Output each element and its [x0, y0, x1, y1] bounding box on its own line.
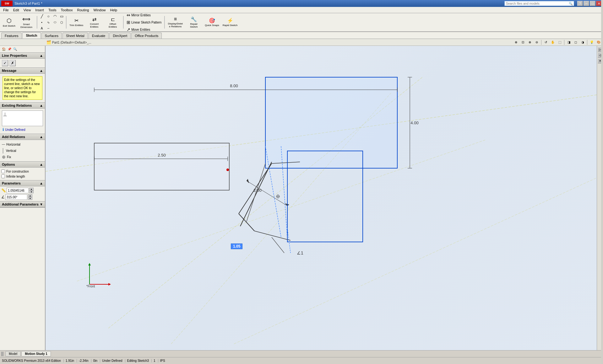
- additional-params-header[interactable]: Additional Parameters ▼: [0, 201, 45, 207]
- menubar: File Edit View Insert Tools Toolbox Rout…: [0, 7, 603, 13]
- convert-entities-button[interactable]: ⇄ Convert Entities: [85, 14, 103, 30]
- breadcrumb-text: Part1 (Default<<Default>_...: [52, 41, 91, 44]
- angle-input[interactable]: [5, 194, 27, 200]
- fix-relation[interactable]: ⊕ Fix: [1, 154, 44, 160]
- tab-sheet-metal[interactable]: Sheet Metal: [62, 33, 88, 39]
- panel-search-button[interactable]: 🔍: [13, 47, 18, 52]
- tab-features[interactable]: Features: [1, 33, 22, 39]
- tab-office[interactable]: Office Products: [131, 33, 162, 39]
- existing-relations-content: ⊥ ℹ Under Defined: [0, 109, 45, 134]
- view-rotate-button[interactable]: ↺: [543, 40, 549, 45]
- trim-entities-button[interactable]: ✂ Trim Entities: [68, 14, 85, 30]
- tab-sketch[interactable]: Sketch: [22, 32, 41, 39]
- repair-sketch-button[interactable]: 🔧 Repair Sketch: [185, 14, 203, 30]
- mirror-entities-button[interactable]: ⇔ Mirror Entities: [125, 12, 163, 19]
- point-button[interactable]: •: [39, 19, 45, 25]
- menu-edit[interactable]: Edit: [11, 8, 21, 13]
- rapid-sketch-label: Rapid Sketch: [223, 24, 238, 27]
- menu-insert[interactable]: Insert: [33, 8, 46, 13]
- menu-file[interactable]: File: [1, 8, 11, 13]
- display-delete-button[interactable]: ≡ Display/Delete Relations: [166, 14, 184, 30]
- panel-pin-button[interactable]: 📌: [7, 47, 12, 52]
- help-button[interactable]: ?: [577, 1, 583, 6]
- offset-entities-button[interactable]: ⊏ Offset Entities: [104, 14, 122, 30]
- search-input[interactable]: [506, 2, 569, 5]
- infinite-length-checkbox[interactable]: [1, 174, 5, 178]
- view-orient-button[interactable]: ⊕: [513, 40, 519, 45]
- menu-view[interactable]: View: [22, 8, 33, 13]
- view-light-button[interactable]: 💡: [589, 40, 595, 45]
- existing-rel-collapse-icon: ▲: [40, 104, 43, 107]
- ok-button[interactable]: ✓: [2, 60, 8, 66]
- for-construction-row: For construction: [1, 169, 44, 174]
- ellipse-button[interactable]: ⬭: [52, 19, 58, 25]
- view-zoom-in-button[interactable]: ⊕: [527, 40, 533, 45]
- spline-button[interactable]: ∿: [45, 19, 52, 25]
- add-relations-header[interactable]: Add Relations ▲: [0, 134, 45, 140]
- parameters-content: 📏 ▲ ▼ ∠ ▲ ▼: [0, 186, 45, 201]
- minimize-button[interactable]: ─: [584, 1, 589, 6]
- status-coord-y: -2.34in: [79, 359, 91, 362]
- view-appearance-button[interactable]: 🎨: [595, 40, 602, 45]
- horizontal-relation[interactable]: ─ Horizontal: [1, 141, 44, 147]
- rapid-sketch-button[interactable]: ⚡ Rapid Sketch: [221, 14, 239, 30]
- tab-surfaces[interactable]: Surfaces: [41, 33, 62, 39]
- polygon-button[interactable]: ⬡: [58, 19, 65, 25]
- tab-dimxpert[interactable]: DimXpert: [109, 33, 131, 39]
- message-section: Message ▲ Edit the settings of the curre…: [0, 68, 45, 103]
- canvas-area[interactable]: ∠1 8.00 4.00 2.50 2.00 *Front 1.05: [46, 46, 597, 350]
- menu-help[interactable]: Help: [108, 8, 119, 13]
- text-button[interactable]: A: [39, 25, 45, 31]
- display-delete-label: Display/Delete Relations: [168, 23, 183, 28]
- length-up-button[interactable]: ▲: [29, 188, 34, 190]
- length-input[interactable]: [7, 188, 29, 193]
- length-icon: 📏: [1, 188, 6, 193]
- vertical-relation[interactable]: │ Vertical: [1, 147, 44, 154]
- tab-evaluate[interactable]: Evaluate: [89, 33, 109, 39]
- circle-button[interactable]: ○: [45, 13, 52, 19]
- angle-label-text: ∠1: [297, 250, 303, 255]
- quick-snaps-button[interactable]: 🎯 Quick Snaps: [203, 14, 220, 30]
- display-delete-icon: ≡: [174, 16, 177, 22]
- dimension-input-box[interactable]: 1.05: [231, 244, 242, 249]
- menu-toolbox[interactable]: Toolbox: [59, 8, 75, 13]
- view-zoom-out-button[interactable]: ⊖: [534, 40, 540, 45]
- repair-icon: 🔧: [191, 16, 197, 22]
- exit-sketch-button[interactable]: ⬡ Exit Sketch: [1, 14, 17, 30]
- line-button[interactable]: ╱: [39, 13, 45, 19]
- move-entities-button[interactable]: ↗ Move Entities: [125, 26, 163, 33]
- angle-down-button[interactable]: ▼: [28, 197, 32, 200]
- view-display-button[interactable]: ◨: [566, 40, 572, 45]
- menu-tools[interactable]: Tools: [46, 8, 58, 13]
- app-titlebar: SW Sketch3 of Part1 * 🔍 ? ─ □ ✕: [0, 0, 603, 7]
- panel-home-button[interactable]: 🏠: [1, 47, 6, 52]
- view-pan-button[interactable]: ✋: [550, 40, 556, 45]
- angle-up-button[interactable]: ▲: [28, 194, 32, 197]
- line-properties-header[interactable]: Line Properties ▲: [0, 53, 45, 59]
- menu-window[interactable]: Window: [91, 8, 107, 13]
- for-construction-checkbox[interactable]: [1, 169, 5, 173]
- length-down-button[interactable]: ▼: [29, 190, 34, 193]
- tab-model[interactable]: Model: [5, 351, 21, 356]
- smart-dimension-button[interactable]: ⟺ Smart Dimension: [17, 14, 35, 30]
- cancel-button[interactable]: ✗: [9, 60, 16, 66]
- menu-routing[interactable]: Routing: [75, 8, 91, 13]
- linear-sketch-pattern-button[interactable]: ⊞ Linear Sketch Pattern: [125, 19, 163, 26]
- line-properties-content: ✓ ✗: [0, 59, 45, 67]
- view-hide-button[interactable]: ◻: [573, 40, 579, 45]
- view-sep2: [564, 40, 564, 45]
- existing-relations-header[interactable]: Existing Relations ▲: [0, 103, 45, 109]
- restore-button[interactable]: □: [590, 1, 595, 6]
- arc-button[interactable]: ◠: [52, 13, 58, 19]
- view-zoom-fit-button[interactable]: ⊡: [520, 40, 526, 45]
- add-relations-content: ─ Horizontal │ Vertical ⊕ Fix: [0, 140, 45, 161]
- centerline-button[interactable]: ╌: [45, 25, 52, 31]
- options-header[interactable]: Options ▲: [0, 162, 45, 168]
- search-box[interactable]: 🔍: [504, 1, 574, 6]
- rect-button[interactable]: ▭: [58, 13, 65, 19]
- tab-motion-study[interactable]: Motion Study 1: [21, 351, 51, 356]
- view-3d-button[interactable]: ⬚: [557, 40, 563, 45]
- view-section-button[interactable]: ◑: [579, 40, 586, 45]
- parameters-header[interactable]: Parameters ▲: [0, 180, 45, 186]
- message-header[interactable]: Message ▲: [0, 68, 45, 74]
